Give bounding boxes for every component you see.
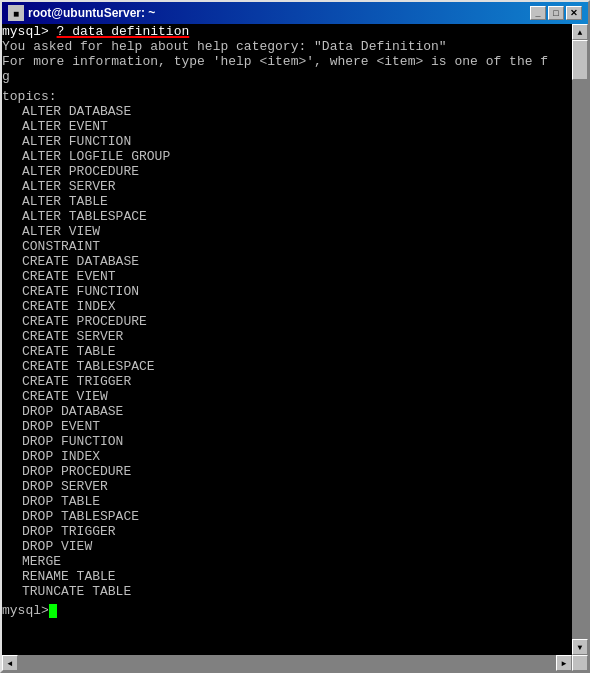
scroll-h-track[interactable] bbox=[18, 655, 556, 671]
terminal-line: RENAME TABLE bbox=[2, 569, 572, 584]
terminal-line: DROP TABLE bbox=[2, 494, 572, 509]
terminal-line: ALTER SERVER bbox=[2, 179, 572, 194]
bottom-bar: ◄ ► bbox=[2, 655, 588, 671]
scroll-thumb[interactable] bbox=[572, 40, 588, 80]
title-bar-left: ■ root@ubuntuServer: ~ bbox=[8, 5, 155, 21]
terminal-line: DROP DATABASE bbox=[2, 404, 572, 419]
terminal-line: ALTER VIEW bbox=[2, 224, 572, 239]
terminal-line: DROP TABLESPACE bbox=[2, 509, 572, 524]
terminal-line: ALTER PROCEDURE bbox=[2, 164, 572, 179]
terminal-line: DROP EVENT bbox=[2, 419, 572, 434]
terminal-line: ALTER TABLE bbox=[2, 194, 572, 209]
terminal-line: You asked for help about help category: … bbox=[2, 39, 572, 54]
scrollbar-corner bbox=[572, 655, 588, 671]
terminal-line: ALTER FUNCTION bbox=[2, 134, 572, 149]
terminal-line: CREATE TABLE bbox=[2, 344, 572, 359]
command-line: mysql> ? data definition bbox=[2, 24, 572, 39]
scroll-track[interactable] bbox=[572, 40, 588, 639]
cursor bbox=[49, 604, 57, 618]
terminal-line: ALTER DATABASE bbox=[2, 104, 572, 119]
final-prompt-line: mysql> bbox=[2, 603, 572, 618]
terminal-line: CREATE INDEX bbox=[2, 299, 572, 314]
terminal-window: ■ root@ubuntuServer: ~ _ □ ✕ mysql> ? da… bbox=[0, 0, 590, 673]
terminal-line: ALTER TABLESPACE bbox=[2, 209, 572, 224]
scroll-left-button[interactable]: ◄ bbox=[2, 655, 18, 671]
terminal-line: CREATE DATABASE bbox=[2, 254, 572, 269]
title-buttons: _ □ ✕ bbox=[530, 6, 582, 20]
scroll-down-button[interactable]: ▼ bbox=[572, 639, 588, 655]
terminal-line: CREATE TRIGGER bbox=[2, 374, 572, 389]
terminal-line: MERGE bbox=[2, 554, 572, 569]
terminal-line: DROP FUNCTION bbox=[2, 434, 572, 449]
maximize-button[interactable]: □ bbox=[548, 6, 564, 20]
terminal-line: CREATE TABLESPACE bbox=[2, 359, 572, 374]
terminal-line: ALTER LOGFILE GROUP bbox=[2, 149, 572, 164]
terminal-line: DROP INDEX bbox=[2, 449, 572, 464]
close-button[interactable]: ✕ bbox=[566, 6, 582, 20]
terminal-line: DROP VIEW bbox=[2, 539, 572, 554]
terminal-output: You asked for help about help category: … bbox=[2, 39, 572, 599]
terminal-line: CREATE EVENT bbox=[2, 269, 572, 284]
terminal-line: g bbox=[2, 69, 572, 84]
terminal-line: For more information, type 'help <item>'… bbox=[2, 54, 572, 69]
terminal-line: CREATE VIEW bbox=[2, 389, 572, 404]
prompt-label: mysql> bbox=[2, 24, 57, 39]
final-prompt-label: mysql> bbox=[2, 603, 49, 618]
terminal-content: mysql> ? data definition You asked for h… bbox=[2, 24, 572, 655]
terminal-line: CONSTRAINT bbox=[2, 239, 572, 254]
command-text: ? data definition bbox=[57, 24, 190, 39]
terminal-line: DROP SERVER bbox=[2, 479, 572, 494]
scroll-right-button[interactable]: ► bbox=[556, 655, 572, 671]
window-title: root@ubuntuServer: ~ bbox=[28, 6, 155, 20]
terminal-line: TRUNCATE TABLE bbox=[2, 584, 572, 599]
terminal-line: CREATE PROCEDURE bbox=[2, 314, 572, 329]
vertical-scrollbar[interactable]: ▲ ▼ bbox=[572, 24, 588, 655]
terminal-line: ALTER EVENT bbox=[2, 119, 572, 134]
minimize-button[interactable]: _ bbox=[530, 6, 546, 20]
terminal-line: CREATE SERVER bbox=[2, 329, 572, 344]
terminal-line: CREATE FUNCTION bbox=[2, 284, 572, 299]
scroll-up-button[interactable]: ▲ bbox=[572, 24, 588, 40]
window-icon: ■ bbox=[8, 5, 24, 21]
terminal-line: topics: bbox=[2, 89, 572, 104]
terminal-line: DROP TRIGGER bbox=[2, 524, 572, 539]
title-bar: ■ root@ubuntuServer: ~ _ □ ✕ bbox=[2, 2, 588, 24]
terminal-line: DROP PROCEDURE bbox=[2, 464, 572, 479]
